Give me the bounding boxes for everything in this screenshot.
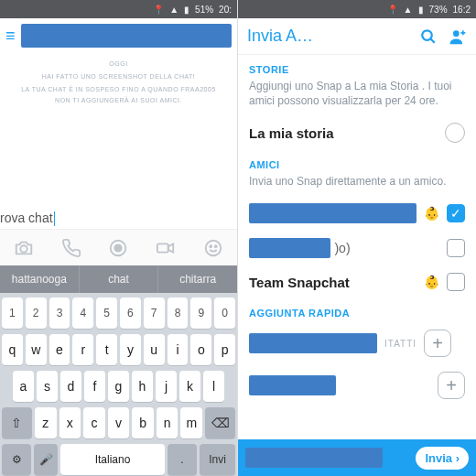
key-d[interactable]: d	[60, 371, 81, 402]
key-shift[interactable]: ⇧	[2, 407, 32, 438]
key-period[interactable]: .	[168, 444, 197, 475]
svg-point-6	[215, 245, 217, 247]
key-l[interactable]: l	[203, 371, 224, 402]
key-sym[interactable]: ⚙	[2, 444, 31, 475]
add-friend-icon[interactable]	[449, 27, 467, 46]
key-8[interactable]: 8	[168, 298, 189, 329]
key-4[interactable]: 4	[72, 298, 93, 329]
friend-2-suffix: )o)	[334, 241, 350, 255]
key-o[interactable]: o	[190, 334, 211, 365]
key-backspace[interactable]: ⌫	[205, 407, 235, 438]
section-quick-header: AGGIUNTA RAPIDA	[238, 298, 476, 322]
search-icon[interactable]	[419, 27, 438, 46]
chat-input[interactable]: rova chat	[0, 207, 237, 230]
key-5[interactable]: 5	[96, 298, 117, 329]
key-3[interactable]: 3	[49, 298, 70, 329]
key-t[interactable]: t	[96, 334, 117, 365]
my-story-label: La mia storia	[249, 125, 438, 141]
meta-screenshot: HAI FATTO UNO SCREENSHOT DELLA CHAT!	[16, 71, 221, 82]
key-r[interactable]: r	[72, 334, 93, 365]
key-u[interactable]: u	[144, 334, 165, 365]
key-f[interactable]: f	[84, 371, 105, 402]
suggestion-2[interactable]: chat	[80, 265, 159, 293]
key-j[interactable]: j	[156, 371, 177, 402]
key-mic[interactable]: 🎤	[34, 444, 58, 475]
signal-icon: ▮	[418, 5, 424, 15]
key-0[interactable]: 0	[214, 298, 235, 329]
key-1[interactable]: 1	[2, 298, 23, 329]
key-g[interactable]: g	[108, 371, 129, 402]
key-b[interactable]: b	[132, 407, 154, 438]
key-z[interactable]: z	[35, 407, 57, 438]
selected-friend-chip[interactable]	[245, 448, 383, 468]
section-stories-header: STORIE	[238, 55, 476, 79]
video-icon[interactable]	[154, 236, 178, 260]
record-icon[interactable]	[106, 236, 130, 260]
friend-2-redacted	[249, 238, 330, 258]
svg-rect-3	[157, 243, 168, 252]
key-m[interactable]: m	[180, 407, 202, 438]
friend-3-label: Team Snapchat	[249, 275, 416, 290]
chat-meta: OGGI HAI FATTO UNO SCREENSHOT DELLA CHAT…	[0, 53, 237, 117]
key-h[interactable]: h	[132, 371, 153, 402]
key-7[interactable]: 7	[144, 298, 165, 329]
keyboard[interactable]: 1234567890 qwertyuiop asdfghjkl ⇧zxcvbnm…	[0, 293, 237, 476]
location-icon: 📍	[387, 5, 398, 15]
friend-2-checkbox[interactable]	[447, 239, 465, 257]
key-p[interactable]: p	[214, 334, 235, 365]
baby-emoji-icon: 👶	[424, 275, 439, 289]
baby-emoji-icon: 👶	[424, 206, 439, 221]
my-story-row[interactable]: La mia storia	[238, 115, 476, 150]
svg-point-0	[20, 245, 27, 252]
quick-add-row-1[interactable]: ITATTI +	[238, 322, 476, 364]
key-e[interactable]: e	[49, 334, 70, 365]
emoji-icon[interactable]	[201, 236, 225, 260]
friend-row-3[interactable]: Team Snapchat 👶	[238, 265, 476, 298]
add-button[interactable]: +	[438, 372, 465, 399]
key-a[interactable]: a	[13, 371, 34, 402]
key-9[interactable]: 9	[190, 298, 211, 329]
key-send[interactable]: Invi	[200, 444, 235, 475]
key-k[interactable]: k	[179, 371, 200, 402]
key-q[interactable]: q	[2, 334, 23, 365]
my-story-select[interactable]	[445, 123, 465, 143]
key-x[interactable]: x	[60, 407, 81, 438]
section-friends-sub: Invia uno Snap direttamente a un amico.	[238, 174, 476, 196]
phone-icon[interactable]	[60, 236, 83, 260]
friend-1-redacted	[249, 203, 416, 223]
key-c[interactable]: c	[83, 407, 105, 438]
keyboard-suggestions[interactable]: hattanooga chat chitarra	[0, 265, 237, 293]
quick-2-redacted	[249, 375, 336, 395]
key-v[interactable]: v	[108, 407, 130, 438]
clock-text: 16:2	[453, 5, 471, 15]
send-bar: Invia ›	[238, 439, 476, 476]
key-y[interactable]: y	[120, 334, 141, 365]
quick-add-row-2[interactable]: +	[238, 364, 476, 406]
location-icon: 📍	[153, 5, 164, 15]
section-stories-sub: Aggiungi uno Snap a La mia Storia . I tu…	[238, 79, 476, 115]
friend-row-1[interactable]: 👶 ✓	[238, 196, 476, 231]
svg-point-7	[422, 30, 432, 40]
status-bar: 📍 ▲ ▮ 73% 16:2	[238, 0, 476, 18]
key-s[interactable]: s	[37, 371, 58, 402]
key-n[interactable]: n	[157, 407, 178, 438]
battery-text: 51%	[195, 5, 213, 15]
friend-row-2[interactable]: )o)	[238, 231, 476, 265]
svg-point-5	[210, 245, 211, 247]
key-space[interactable]: Italiano	[60, 444, 164, 475]
key-2[interactable]: 2	[26, 298, 47, 329]
battery-text: 73%	[429, 5, 448, 15]
camera-icon[interactable]	[12, 236, 36, 260]
svg-point-2	[115, 244, 122, 251]
send-button[interactable]: Invia ›	[416, 447, 469, 470]
key-i[interactable]: i	[168, 334, 189, 365]
friend-3-checkbox[interactable]	[447, 273, 465, 291]
suggestion-1[interactable]: hattanooga	[0, 265, 80, 293]
friend-1-checkbox[interactable]: ✓	[447, 204, 465, 222]
suggestion-3[interactable]: chitarra	[158, 265, 237, 293]
menu-icon[interactable]: ≡	[5, 27, 16, 46]
key-w[interactable]: w	[26, 334, 47, 365]
status-bar: 📍 ▲ ▮ 51% 20:	[0, 0, 237, 18]
key-6[interactable]: 6	[120, 298, 141, 329]
add-button[interactable]: +	[424, 330, 451, 357]
